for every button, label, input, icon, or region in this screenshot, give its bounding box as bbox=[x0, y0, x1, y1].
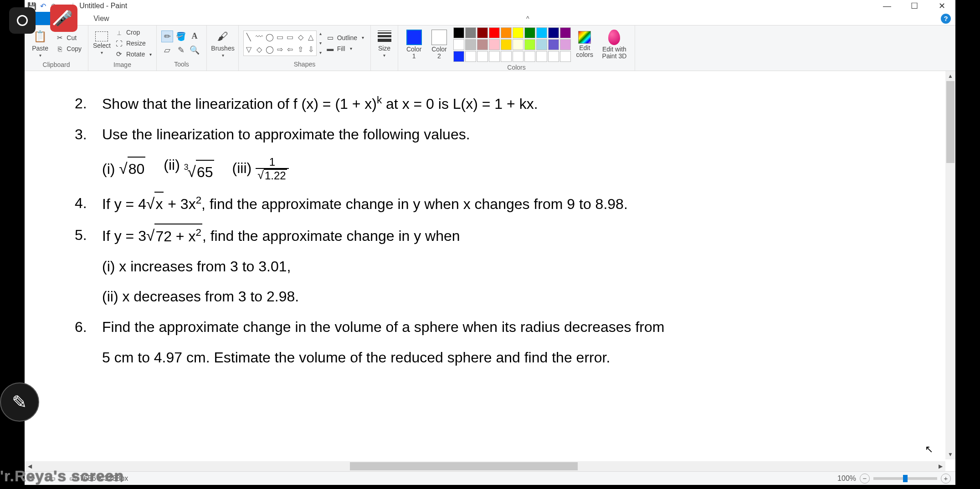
mute-mic-button[interactable]: 🎤 bbox=[50, 5, 77, 32]
shape-option[interactable]: △ bbox=[306, 31, 316, 43]
crop-button[interactable]: ⟂Crop bbox=[113, 27, 154, 37]
scroll-thumb[interactable] bbox=[350, 462, 578, 470]
zoom-knob[interactable] bbox=[903, 475, 908, 482]
shape-option[interactable]: ⇨ bbox=[275, 43, 285, 56]
shape-option[interactable]: ⇩ bbox=[306, 43, 316, 56]
color-swatch[interactable] bbox=[548, 39, 559, 50]
scroll-track[interactable] bbox=[945, 81, 955, 449]
shape-option[interactable]: ◇ bbox=[254, 43, 265, 56]
zoom-in-button[interactable]: + bbox=[941, 474, 951, 484]
zoom-out-button[interactable]: − bbox=[860, 474, 870, 484]
color-swatch[interactable] bbox=[524, 27, 535, 38]
color-swatch[interactable] bbox=[548, 27, 559, 38]
color-swatch[interactable] bbox=[513, 27, 523, 38]
shape-option[interactable]: ⇦ bbox=[285, 43, 296, 56]
shape-gallery[interactable]: ╲〰◯▭▭◇△▽◇◯⇨⇦⇧⇩ bbox=[243, 31, 317, 56]
shape-option[interactable]: ▽ bbox=[244, 43, 254, 56]
shape-option[interactable]: ╲ bbox=[244, 31, 254, 43]
color-swatch[interactable] bbox=[465, 39, 476, 50]
close-button[interactable]: ✕ bbox=[928, 0, 955, 12]
zoom-slider[interactable] bbox=[873, 477, 937, 480]
outline-button[interactable]: ▭Outline▾ bbox=[324, 33, 366, 43]
chevron-down-icon: ▾ bbox=[39, 53, 41, 58]
color-swatch[interactable] bbox=[513, 51, 523, 62]
fill-button[interactable]: ▬Fill▾ bbox=[324, 44, 366, 54]
gallery-down-icon[interactable]: ▾ bbox=[319, 41, 322, 46]
color-swatch[interactable] bbox=[453, 51, 464, 62]
scroll-right-icon[interactable]: ▶ bbox=[935, 461, 945, 471]
scroll-track[interactable] bbox=[35, 461, 935, 471]
color2-button[interactable]: Color 2 bbox=[428, 29, 450, 61]
color-swatch[interactable] bbox=[489, 27, 500, 38]
shape-option[interactable]: ▭ bbox=[285, 31, 296, 43]
color-swatch[interactable] bbox=[501, 51, 512, 62]
color-swatch[interactable] bbox=[477, 39, 488, 50]
color-swatch[interactable] bbox=[489, 39, 500, 50]
color-swatch[interactable] bbox=[489, 51, 500, 62]
shape-option[interactable]: ◯ bbox=[264, 43, 275, 56]
horizontal-scrollbar[interactable]: ◀ ▶ bbox=[25, 461, 945, 471]
minimize-button[interactable]: — bbox=[873, 0, 901, 12]
gallery-more-icon[interactable]: ▾ bbox=[319, 50, 322, 55]
eraser-tool[interactable]: ▱ bbox=[161, 44, 173, 56]
color-swatch[interactable] bbox=[524, 51, 535, 62]
color-swatch[interactable] bbox=[560, 39, 571, 50]
copy-icon: ⎘ bbox=[56, 45, 64, 53]
collapse-ribbon-icon[interactable]: ^ bbox=[523, 15, 532, 22]
shape-option[interactable]: ▭ bbox=[275, 31, 285, 43]
color-swatch[interactable] bbox=[465, 51, 476, 62]
color-swatch[interactable] bbox=[453, 27, 464, 38]
color1-button[interactable]: Color 1 bbox=[403, 29, 425, 61]
group-brushes: 🖌 Brushes ▾ bbox=[207, 25, 239, 71]
color-swatch[interactable] bbox=[560, 51, 571, 62]
color1-swatch bbox=[406, 30, 422, 45]
color-swatch[interactable] bbox=[477, 27, 488, 38]
copy-button[interactable]: ⎘Copy bbox=[54, 44, 83, 54]
edit-3d-button[interactable]: Edit with Paint 3D bbox=[599, 29, 630, 61]
color-swatch[interactable] bbox=[548, 51, 559, 62]
color-swatch[interactable] bbox=[524, 39, 535, 50]
color-swatch[interactable] bbox=[501, 27, 512, 38]
color-swatch[interactable] bbox=[513, 39, 523, 50]
scroll-down-icon[interactable]: ▼ bbox=[945, 449, 955, 459]
magnifier-tool[interactable]: 🔍 bbox=[189, 44, 200, 56]
color-swatch[interactable] bbox=[560, 27, 571, 38]
vertical-scrollbar[interactable]: ▲ ▼ bbox=[945, 71, 955, 459]
tab-view[interactable]: View bbox=[85, 12, 117, 25]
record-button[interactable] bbox=[9, 7, 36, 34]
fill-tool[interactable]: 🪣 bbox=[175, 31, 187, 42]
canvas-area[interactable]: 2. Show that the linearization of f (x) … bbox=[25, 71, 955, 471]
select-button[interactable]: Select ▾ bbox=[93, 27, 111, 59]
undo-icon[interactable]: ↶ bbox=[38, 1, 47, 10]
edit-colors-button[interactable]: Edit colors bbox=[574, 29, 596, 61]
color-swatch[interactable] bbox=[536, 51, 547, 62]
color-swatch[interactable] bbox=[465, 27, 476, 38]
help-icon[interactable]: ? bbox=[941, 14, 951, 24]
color-swatch[interactable] bbox=[477, 51, 488, 62]
maximize-button[interactable]: ☐ bbox=[901, 0, 928, 12]
shape-option[interactable]: ⇧ bbox=[295, 43, 306, 56]
crop-icon: ⟂ bbox=[115, 28, 123, 36]
color-palette[interactable] bbox=[453, 27, 571, 62]
color-swatch[interactable] bbox=[501, 39, 512, 50]
scroll-up-icon[interactable]: ▲ bbox=[945, 71, 955, 81]
pencil-tool[interactable]: ✏ bbox=[161, 31, 173, 42]
picker-tool[interactable]: ✎ bbox=[175, 44, 187, 56]
size-button[interactable]: Size ▾ bbox=[375, 27, 393, 59]
text-tool[interactable]: A bbox=[189, 31, 200, 42]
shape-option[interactable]: ◯ bbox=[264, 31, 275, 43]
shape-option[interactable]: 〰 bbox=[254, 31, 265, 43]
gallery-up-icon[interactable]: ▴ bbox=[319, 31, 322, 36]
scroll-thumb[interactable] bbox=[946, 81, 954, 163]
rotate-button[interactable]: ⟳Rotate▾ bbox=[113, 49, 154, 59]
color-swatch[interactable] bbox=[536, 39, 547, 50]
color-swatch[interactable] bbox=[536, 27, 547, 38]
ribbon: 📋 Paste ▾ ✂Cut ⎘Copy Clipboard Select ▾ bbox=[25, 25, 955, 71]
resize-button[interactable]: ⛶Resize bbox=[113, 38, 154, 48]
color-swatch[interactable] bbox=[453, 39, 464, 50]
shape-option[interactable]: ◇ bbox=[295, 31, 306, 43]
cut-button[interactable]: ✂Cut bbox=[54, 33, 83, 43]
brushes-button[interactable]: 🖌 Brushes ▾ bbox=[211, 27, 234, 59]
annotate-pen-button[interactable]: ✎ bbox=[0, 382, 39, 422]
q3i: (i) √80 bbox=[102, 157, 145, 181]
